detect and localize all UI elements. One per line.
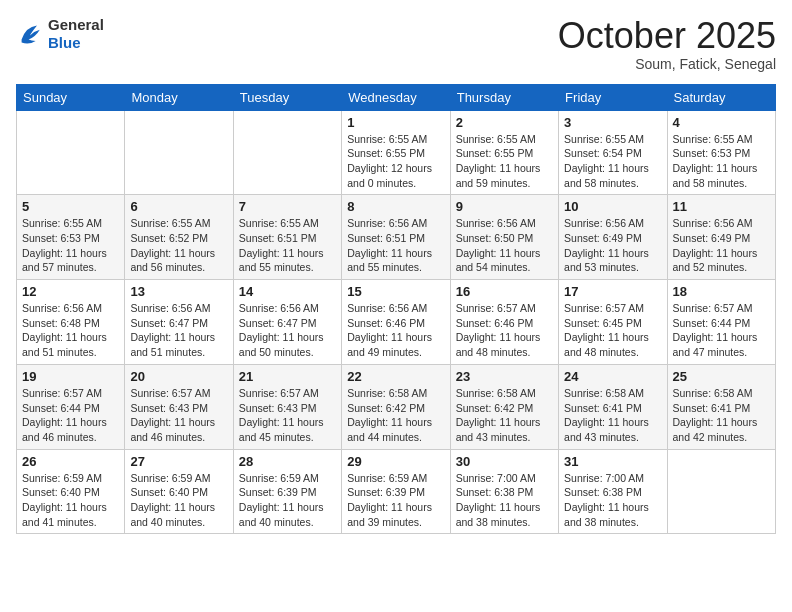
day-number: 31 — [564, 454, 661, 469]
day-number: 3 — [564, 115, 661, 130]
day-info: Sunrise: 7:00 AM Sunset: 6:38 PM Dayligh… — [456, 471, 553, 530]
day-info: Sunrise: 6:59 AM Sunset: 6:40 PM Dayligh… — [22, 471, 119, 530]
day-info: Sunrise: 6:55 AM Sunset: 6:53 PM Dayligh… — [673, 132, 770, 191]
calendar-cell: 3Sunrise: 6:55 AM Sunset: 6:54 PM Daylig… — [559, 110, 667, 195]
day-number: 6 — [130, 199, 227, 214]
day-number: 12 — [22, 284, 119, 299]
day-number: 18 — [673, 284, 770, 299]
day-info: Sunrise: 6:57 AM Sunset: 6:43 PM Dayligh… — [239, 386, 336, 445]
calendar-cell: 12Sunrise: 6:56 AM Sunset: 6:48 PM Dayli… — [17, 280, 125, 365]
day-number: 27 — [130, 454, 227, 469]
calendar-cell: 25Sunrise: 6:58 AM Sunset: 6:41 PM Dayli… — [667, 364, 775, 449]
day-info: Sunrise: 6:57 AM Sunset: 6:45 PM Dayligh… — [564, 301, 661, 360]
day-number: 8 — [347, 199, 444, 214]
day-number: 25 — [673, 369, 770, 384]
day-number: 15 — [347, 284, 444, 299]
calendar-cell: 1Sunrise: 6:55 AM Sunset: 6:55 PM Daylig… — [342, 110, 450, 195]
column-header-wednesday: Wednesday — [342, 84, 450, 110]
column-header-saturday: Saturday — [667, 84, 775, 110]
calendar-cell: 15Sunrise: 6:56 AM Sunset: 6:46 PM Dayli… — [342, 280, 450, 365]
day-info: Sunrise: 6:58 AM Sunset: 6:42 PM Dayligh… — [347, 386, 444, 445]
day-info: Sunrise: 6:56 AM Sunset: 6:47 PM Dayligh… — [130, 301, 227, 360]
column-header-monday: Monday — [125, 84, 233, 110]
day-number: 20 — [130, 369, 227, 384]
day-info: Sunrise: 6:58 AM Sunset: 6:41 PM Dayligh… — [673, 386, 770, 445]
calendar-cell: 22Sunrise: 6:58 AM Sunset: 6:42 PM Dayli… — [342, 364, 450, 449]
day-number: 16 — [456, 284, 553, 299]
calendar-cell: 7Sunrise: 6:55 AM Sunset: 6:51 PM Daylig… — [233, 195, 341, 280]
calendar-cell — [17, 110, 125, 195]
logo: General Blue — [16, 16, 104, 52]
day-info: Sunrise: 6:57 AM Sunset: 6:44 PM Dayligh… — [673, 301, 770, 360]
calendar-cell: 17Sunrise: 6:57 AM Sunset: 6:45 PM Dayli… — [559, 280, 667, 365]
calendar-cell: 31Sunrise: 7:00 AM Sunset: 6:38 PM Dayli… — [559, 449, 667, 534]
day-number: 22 — [347, 369, 444, 384]
day-number: 10 — [564, 199, 661, 214]
calendar-cell: 8Sunrise: 6:56 AM Sunset: 6:51 PM Daylig… — [342, 195, 450, 280]
day-info: Sunrise: 6:55 AM Sunset: 6:51 PM Dayligh… — [239, 216, 336, 275]
day-info: Sunrise: 6:55 AM Sunset: 6:55 PM Dayligh… — [456, 132, 553, 191]
column-header-friday: Friday — [559, 84, 667, 110]
day-info: Sunrise: 6:57 AM Sunset: 6:46 PM Dayligh… — [456, 301, 553, 360]
day-info: Sunrise: 6:57 AM Sunset: 6:44 PM Dayligh… — [22, 386, 119, 445]
day-info: Sunrise: 6:59 AM Sunset: 6:39 PM Dayligh… — [239, 471, 336, 530]
calendar-cell: 16Sunrise: 6:57 AM Sunset: 6:46 PM Dayli… — [450, 280, 558, 365]
day-number: 9 — [456, 199, 553, 214]
day-number: 7 — [239, 199, 336, 214]
column-header-sunday: Sunday — [17, 84, 125, 110]
day-number: 29 — [347, 454, 444, 469]
day-info: Sunrise: 6:57 AM Sunset: 6:43 PM Dayligh… — [130, 386, 227, 445]
calendar-cell: 19Sunrise: 6:57 AM Sunset: 6:44 PM Dayli… — [17, 364, 125, 449]
calendar-cell: 2Sunrise: 6:55 AM Sunset: 6:55 PM Daylig… — [450, 110, 558, 195]
calendar-table: SundayMondayTuesdayWednesdayThursdayFrid… — [16, 84, 776, 535]
location: Soum, Fatick, Senegal — [558, 56, 776, 72]
day-number: 28 — [239, 454, 336, 469]
calendar-cell: 18Sunrise: 6:57 AM Sunset: 6:44 PM Dayli… — [667, 280, 775, 365]
day-info: Sunrise: 6:55 AM Sunset: 6:52 PM Dayligh… — [130, 216, 227, 275]
day-number: 17 — [564, 284, 661, 299]
day-number: 1 — [347, 115, 444, 130]
calendar-cell: 11Sunrise: 6:56 AM Sunset: 6:49 PM Dayli… — [667, 195, 775, 280]
calendar-cell: 5Sunrise: 6:55 AM Sunset: 6:53 PM Daylig… — [17, 195, 125, 280]
calendar-cell: 24Sunrise: 6:58 AM Sunset: 6:41 PM Dayli… — [559, 364, 667, 449]
calendar-cell: 6Sunrise: 6:55 AM Sunset: 6:52 PM Daylig… — [125, 195, 233, 280]
day-info: Sunrise: 7:00 AM Sunset: 6:38 PM Dayligh… — [564, 471, 661, 530]
calendar-cell: 10Sunrise: 6:56 AM Sunset: 6:49 PM Dayli… — [559, 195, 667, 280]
day-number: 23 — [456, 369, 553, 384]
day-info: Sunrise: 6:56 AM Sunset: 6:50 PM Dayligh… — [456, 216, 553, 275]
day-number: 5 — [22, 199, 119, 214]
day-info: Sunrise: 6:56 AM Sunset: 6:49 PM Dayligh… — [564, 216, 661, 275]
day-number: 30 — [456, 454, 553, 469]
calendar-cell: 20Sunrise: 6:57 AM Sunset: 6:43 PM Dayli… — [125, 364, 233, 449]
calendar-cell: 29Sunrise: 6:59 AM Sunset: 6:39 PM Dayli… — [342, 449, 450, 534]
calendar-cell: 13Sunrise: 6:56 AM Sunset: 6:47 PM Dayli… — [125, 280, 233, 365]
calendar-cell: 9Sunrise: 6:56 AM Sunset: 6:50 PM Daylig… — [450, 195, 558, 280]
day-number: 14 — [239, 284, 336, 299]
calendar-cell: 27Sunrise: 6:59 AM Sunset: 6:40 PM Dayli… — [125, 449, 233, 534]
month-title: October 2025 — [558, 16, 776, 56]
day-number: 24 — [564, 369, 661, 384]
day-number: 26 — [22, 454, 119, 469]
calendar-cell: 23Sunrise: 6:58 AM Sunset: 6:42 PM Dayli… — [450, 364, 558, 449]
day-info: Sunrise: 6:56 AM Sunset: 6:48 PM Dayligh… — [22, 301, 119, 360]
day-info: Sunrise: 6:55 AM Sunset: 6:53 PM Dayligh… — [22, 216, 119, 275]
day-number: 13 — [130, 284, 227, 299]
title-block: October 2025 Soum, Fatick, Senegal — [558, 16, 776, 72]
day-info: Sunrise: 6:56 AM Sunset: 6:49 PM Dayligh… — [673, 216, 770, 275]
day-number: 2 — [456, 115, 553, 130]
column-header-thursday: Thursday — [450, 84, 558, 110]
day-number: 21 — [239, 369, 336, 384]
day-number: 19 — [22, 369, 119, 384]
logo-text: General Blue — [48, 16, 104, 52]
day-info: Sunrise: 6:56 AM Sunset: 6:46 PM Dayligh… — [347, 301, 444, 360]
calendar-cell — [233, 110, 341, 195]
day-info: Sunrise: 6:59 AM Sunset: 6:39 PM Dayligh… — [347, 471, 444, 530]
day-info: Sunrise: 6:59 AM Sunset: 6:40 PM Dayligh… — [130, 471, 227, 530]
page-header: General Blue October 2025 Soum, Fatick, … — [16, 16, 776, 72]
day-info: Sunrise: 6:58 AM Sunset: 6:42 PM Dayligh… — [456, 386, 553, 445]
day-number: 11 — [673, 199, 770, 214]
calendar-cell: 26Sunrise: 6:59 AM Sunset: 6:40 PM Dayli… — [17, 449, 125, 534]
day-info: Sunrise: 6:56 AM Sunset: 6:47 PM Dayligh… — [239, 301, 336, 360]
day-info: Sunrise: 6:56 AM Sunset: 6:51 PM Dayligh… — [347, 216, 444, 275]
day-number: 4 — [673, 115, 770, 130]
